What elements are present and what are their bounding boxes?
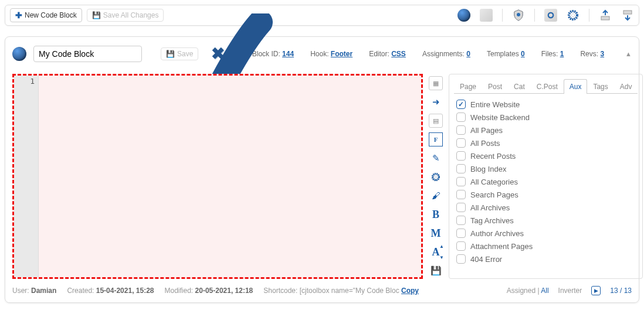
- aux-item[interactable]: Attachment Pages: [456, 241, 635, 251]
- aux-item[interactable]: Recent Posts: [456, 151, 635, 161]
- save-button[interactable]: 💾 Save: [161, 47, 198, 60]
- modified-info: Modified: 20-05-2021, 12:18: [165, 287, 253, 295]
- checkbox-icon[interactable]: [456, 138, 466, 148]
- checkbox-icon[interactable]: [456, 164, 466, 173]
- aux-item[interactable]: Tag Archives: [456, 216, 635, 225]
- aux-item[interactable]: Search Pages: [456, 190, 635, 199]
- aux-item-label: Website Backend: [470, 113, 530, 122]
- layout-icon-2[interactable]: ▤: [429, 114, 443, 128]
- checkbox-icon[interactable]: [456, 125, 466, 135]
- save-all-button[interactable]: 💾 Save All Changes: [87, 9, 164, 22]
- disk-icon: 💾: [166, 50, 175, 58]
- layout-icon-1[interactable]: ▦: [429, 76, 443, 90]
- tab-adv[interactable]: Adv: [614, 79, 638, 94]
- all-filter-link[interactable]: All: [541, 287, 548, 295]
- checkbox-icon[interactable]: [456, 203, 466, 212]
- save-label: Save: [177, 50, 193, 58]
- editor-side-tools: ▦ ➜ ▤ F ✎ 🖌 B M A▲▼ 💾: [429, 74, 443, 279]
- globe-badge-icon: [12, 47, 26, 61]
- copy-link[interactable]: Copy: [401, 287, 419, 295]
- expand-down-icon[interactable]: [621, 9, 634, 22]
- aux-checkbox-list: Entire WebsiteWebsite BackendAll PagesAl…: [454, 94, 638, 270]
- checkbox-icon[interactable]: [456, 151, 466, 161]
- gear-box-icon[interactable]: [544, 9, 557, 22]
- expand-up-icon[interactable]: [599, 9, 612, 22]
- aux-item[interactable]: Website Backend: [456, 113, 635, 122]
- code-area[interactable]: [39, 76, 421, 277]
- tab-post[interactable]: Post: [482, 79, 508, 94]
- collapse-icon[interactable]: ▲: [625, 50, 632, 57]
- checkbox-icon[interactable]: [456, 177, 466, 186]
- play-button[interactable]: ▶: [591, 286, 601, 295]
- aux-item[interactable]: All Categories: [456, 177, 635, 186]
- inverter-label[interactable]: Inverter: [558, 287, 582, 295]
- checkbox-icon[interactable]: [456, 216, 466, 225]
- code-block-panel: 💾 Save ✖ Block ID: 144 Hook: Footer Edit…: [5, 36, 639, 303]
- svg-rect-5: [623, 11, 632, 14]
- hook-link[interactable]: Footer: [331, 50, 352, 58]
- close-icon[interactable]: ✖: [211, 44, 225, 63]
- save-disk-icon[interactable]: 💾: [429, 264, 443, 278]
- footer-right: Assigned | All Inverter ▶ 13 / 13: [507, 286, 632, 295]
- globe-icon[interactable]: [457, 9, 470, 22]
- checkbox-icon[interactable]: [456, 190, 466, 199]
- m-tool[interactable]: M: [429, 226, 443, 240]
- tab-page[interactable]: Page: [454, 79, 482, 94]
- edit-icon[interactable]: ✎: [429, 151, 443, 165]
- aux-item[interactable]: Entire Website: [456, 100, 635, 109]
- aux-item-label: Entire Website: [470, 100, 520, 109]
- editor-link[interactable]: CSS: [391, 50, 406, 58]
- templates-link[interactable]: 0: [521, 50, 525, 58]
- checkbox-icon[interactable]: [456, 229, 466, 238]
- tab-tags[interactable]: Tags: [587, 79, 614, 94]
- aux-item[interactable]: All Archives: [456, 203, 635, 212]
- aux-item-label: Author Archives: [470, 229, 524, 238]
- aux-item[interactable]: All Posts: [456, 138, 635, 148]
- svg-point-0: [517, 13, 520, 16]
- new-block-label: New Code Block: [25, 11, 77, 19]
- settings-icon[interactable]: [429, 170, 443, 184]
- assignment-tabs: PagePostCatC.PostAuxTagsAdv: [454, 79, 638, 94]
- tab-cpost[interactable]: C.Post: [531, 79, 564, 94]
- shortcode-info: Shortcode: [cjtoolbox name="My Code Bloc…: [263, 287, 419, 295]
- font-tool-icon[interactable]: F: [429, 132, 443, 146]
- checkbox-icon[interactable]: [456, 254, 466, 264]
- aux-item-label: All Archives: [470, 203, 510, 212]
- aux-item-label: All Categories: [470, 178, 518, 186]
- aux-item-label: 404 Error: [470, 255, 502, 264]
- gear-icon[interactable]: [567, 9, 579, 22]
- checkbox-icon[interactable]: [456, 241, 466, 251]
- assignments-meta: Assignments: 0: [422, 50, 470, 58]
- divider: [589, 9, 589, 22]
- new-code-block-button[interactable]: ✚ New Code Block: [10, 8, 82, 22]
- aux-item[interactable]: Blog Index: [456, 164, 635, 173]
- code-editor[interactable]: 1: [12, 74, 423, 279]
- import-icon[interactable]: ➜: [429, 95, 443, 109]
- checkbox-icon[interactable]: [456, 113, 466, 122]
- svg-point-7: [435, 176, 437, 178]
- aux-item[interactable]: Author Archives: [456, 229, 635, 238]
- editor-meta: Editor: CSS: [369, 50, 406, 58]
- templates-meta: Templates 0: [487, 50, 525, 58]
- created-info: Created: 15-04-2021, 15:28: [67, 287, 154, 295]
- disk-icon: 💾: [92, 11, 101, 19]
- block-id-link[interactable]: 144: [282, 50, 294, 58]
- block-name-input[interactable]: [33, 46, 142, 62]
- revs-link[interactable]: 3: [600, 50, 604, 58]
- assignments-link[interactable]: 0: [466, 50, 470, 58]
- plus-icon: ✚: [15, 11, 22, 20]
- aux-item[interactable]: 404 Error: [456, 254, 635, 264]
- brush-icon[interactable]: 🖌: [429, 189, 443, 203]
- assigned-filter: Assigned | All: [507, 287, 549, 295]
- top-toolbar: ✚ New Code Block 💾 Save All Changes: [5, 5, 639, 26]
- template-icon[interactable]: [480, 9, 493, 22]
- save-all-label: Save All Changes: [103, 11, 159, 19]
- shield-gear-icon[interactable]: [512, 9, 525, 22]
- bold-tool[interactable]: B: [429, 207, 443, 221]
- tab-cat[interactable]: Cat: [508, 79, 531, 94]
- files-link[interactable]: 1: [560, 50, 564, 58]
- aux-item[interactable]: All Pages: [456, 125, 635, 135]
- font-size-tool[interactable]: A▲▼: [429, 245, 443, 259]
- checkbox-icon[interactable]: [456, 100, 466, 109]
- tab-aux[interactable]: Aux: [564, 79, 588, 94]
